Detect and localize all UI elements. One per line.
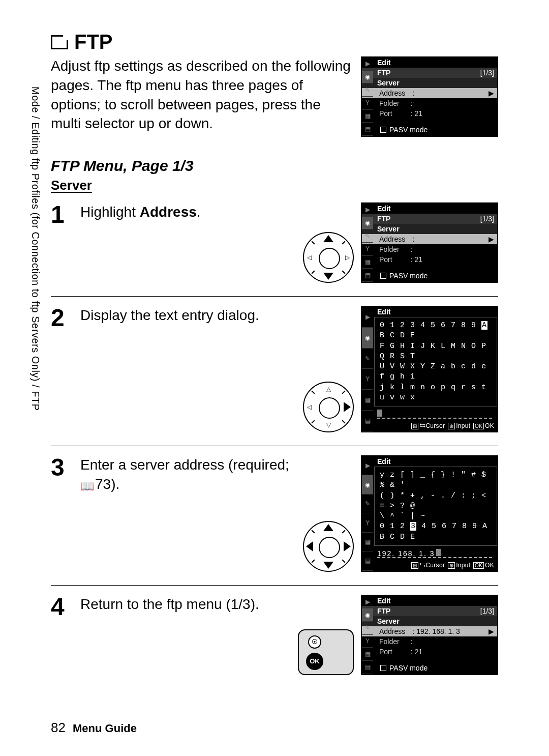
step-3: 3 Enter a server address (required; 73).…	[51, 446, 498, 585]
page-title-row: FTP	[51, 31, 498, 53]
intro-paragraph: Adjust ftp settings as described on the …	[51, 56, 351, 137]
page-footer: 82 Menu Guide	[51, 720, 137, 736]
multi-selector-icon	[303, 521, 354, 572]
multi-selector-icon: ◁ ▷	[303, 232, 354, 283]
footer-guide-label: Menu Guide	[73, 722, 137, 735]
folder-tab-icon	[51, 35, 68, 49]
step-number: 2	[51, 306, 71, 432]
lcd-screenshot-step4: ▶◉✎Y▦▤ Edit FTP[1/3] Server Address:192.…	[361, 595, 498, 675]
lcd-screenshot-step2: ▶◉✎Y▦▤ Edit 0 1 2 3 4 5 6 7 8 9 A B C D …	[361, 306, 498, 432]
step-text: Highlight Address.	[80, 202, 295, 283]
step-text: Display the text entry dialog.	[80, 306, 295, 432]
page-title: FTP	[74, 31, 113, 53]
side-breadcrumb: Mode / Editing ftp Profiles (for Connect…	[29, 86, 41, 443]
step-number: 3	[51, 455, 71, 572]
multi-selector-icon: △ ▽ ◁	[303, 382, 354, 432]
step-text: Enter a server address (required; 73).	[80, 455, 295, 572]
step-1: 1 Highlight Address. ◁ ▷ ▶◉✎Y▦▤ Edit FTP…	[51, 193, 498, 296]
book-ref-icon	[80, 476, 95, 492]
ok-button-icon: ⦿ OK	[298, 629, 354, 675]
step-number: 4	[51, 595, 71, 675]
step-2: 2 Display the text entry dialog. △ ▽ ◁ ▶…	[51, 296, 498, 446]
lcd-screenshot-step1: ▶◉✎Y▦▤ Edit FTP[1/3] Server Address:▶ Fo…	[361, 202, 498, 283]
lcd-screenshot-step3: ▶◉✎Y▦▤ Edit y z [ ] _ { } ! " # $ % & ' …	[361, 455, 498, 572]
step-number: 1	[51, 202, 71, 283]
subsection-heading: Server	[51, 178, 498, 193]
page-number: 82	[51, 720, 66, 735]
step-4: 4 Return to the ftp menu (1/3). ⦿ OK ▶◉✎…	[51, 585, 498, 688]
section-heading: FTP Menu, Page 1/3	[51, 157, 498, 175]
step-text: Return to the ftp menu (1/3).	[80, 595, 290, 675]
lcd-screenshot-intro: ▶◉✎Y▦▤ Edit FTP[1/3] Server Address:▶ Fo…	[361, 56, 498, 137]
